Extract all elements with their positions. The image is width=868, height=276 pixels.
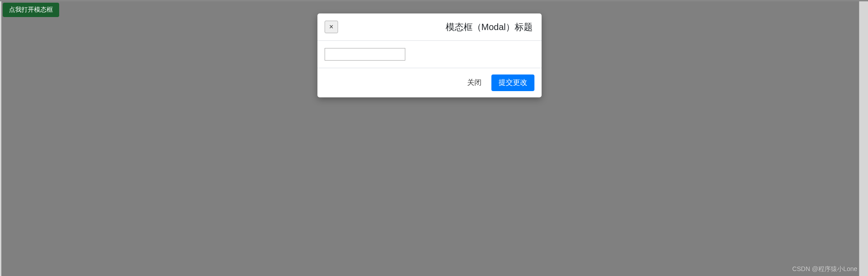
watermark-text: CSDN @程序猿小Lone bbox=[792, 265, 857, 273]
modal-body bbox=[317, 41, 542, 68]
modal-dialog: × 模态框（Modal）标题 关闭 提交更改 bbox=[317, 13, 542, 97]
scrollbar-track[interactable] bbox=[859, 1, 868, 276]
close-button[interactable]: 关闭 bbox=[462, 74, 487, 91]
close-icon: × bbox=[329, 23, 333, 31]
modal-text-input[interactable] bbox=[325, 48, 405, 61]
submit-button[interactable]: 提交更改 bbox=[491, 74, 534, 91]
modal-close-button[interactable]: × bbox=[325, 21, 338, 33]
modal-header: × 模态框（Modal）标题 bbox=[317, 13, 542, 41]
modal-footer: 关闭 提交更改 bbox=[317, 68, 542, 97]
modal-title: 模态框（Modal）标题 bbox=[446, 21, 534, 33]
open-modal-button[interactable]: 点我打开模态框 bbox=[3, 3, 59, 17]
